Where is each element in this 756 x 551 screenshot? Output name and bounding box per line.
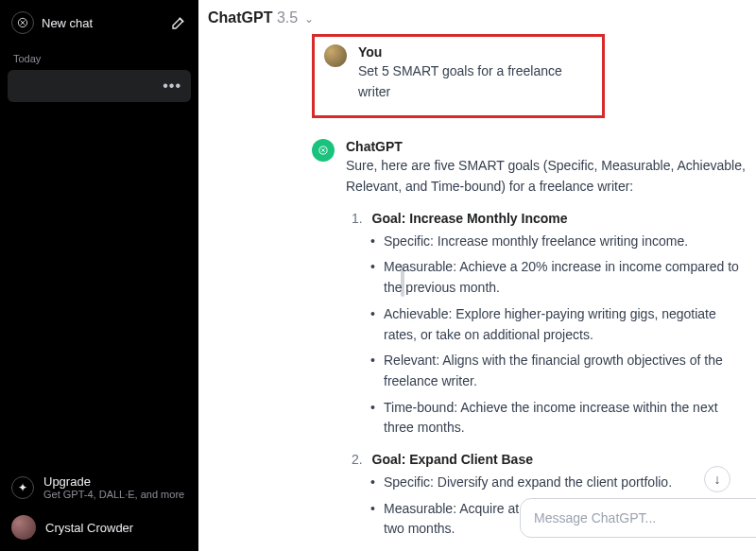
goal-point: Relevant: Aligns with the financial grow… [370,351,747,391]
goal-point: Specific: Increase monthly freelance wri… [370,232,747,252]
sparkle-icon: ✦ [11,476,34,499]
conversation-menu-icon[interactable]: ••• [163,77,181,95]
upgrade-button[interactable]: ✦ Upgrade Get GPT-4, DALL·E, and more [8,467,191,508]
new-chat-row[interactable]: New chat [8,8,191,43]
composer-input[interactable]: Message ChatGPT... [520,498,756,538]
sidebar: New chat Today ••• ✦ Upgrade Get GPT-4, … [0,0,198,551]
upgrade-title: Upgrade [43,474,184,489]
chevron-down-icon: ⌄ [304,12,314,26]
goal-point: Specific: Diversify and expand the clien… [370,473,747,493]
goal-title: Goal: Increase Monthly Income [372,211,568,226]
goal-item: 1. Goal: Increase Monthly Income Specifi… [352,211,747,439]
user-message-text: Set 5 SMART goals for a freelance writer [358,61,593,102]
user-menu[interactable]: Crystal Crowder [8,508,191,543]
messages: You Set 5 SMART goals for a freelance wr… [198,32,756,551]
new-chat-pencil-icon[interactable] [170,14,187,31]
goal-point: Time-bound: Achieve the income increase … [370,398,747,439]
assistant-message-name: ChatGPT [346,139,747,154]
arrow-down-icon: ↓ [714,472,721,487]
goal-list: 1. Goal: Increase Monthly Income Specifi… [346,211,747,540]
goal-number: 1. [352,211,363,226]
new-chat-label: New chat [42,16,163,30]
upgrade-subtitle: Get GPT-4, DALL·E, and more [43,489,184,500]
model-selector[interactable]: ChatGPT 3.5 ⌄ [198,0,756,32]
user-message-name: You [358,44,593,60]
openai-logo-icon [11,11,34,34]
sidebar-section-today: Today [8,43,191,70]
assistant-message: ChatGPT Sure, here are five SMART goals … [198,131,747,551]
goal-point: Achievable: Explore higher-paying writin… [370,304,747,345]
goal-title: Goal: Expand Client Base [372,452,533,467]
assistant-avatar-icon [312,139,335,162]
model-name: ChatGPT [208,9,272,26]
user-name-label: Crystal Crowder [45,521,133,535]
main-area: ChatGPT 3.5 ⌄ You Set 5 SMART goals for … [198,0,756,551]
composer-placeholder: Message ChatGPT... [534,510,656,525]
goal-number: 2. [352,452,363,467]
user-message: You Set 5 SMART goals for a freelance wr… [312,34,605,118]
assistant-intro: Sure, here are five SMART goals (Specifi… [346,156,747,197]
user-message-avatar-icon [324,44,347,67]
model-version: 3.5 [277,9,298,26]
goal-point: Measurable: Achieve a 20% increase in in… [370,257,747,298]
conversation-item[interactable]: ••• [8,70,191,102]
scroll-to-bottom-button[interactable]: ↓ [704,466,730,492]
user-avatar-icon [11,515,36,540]
